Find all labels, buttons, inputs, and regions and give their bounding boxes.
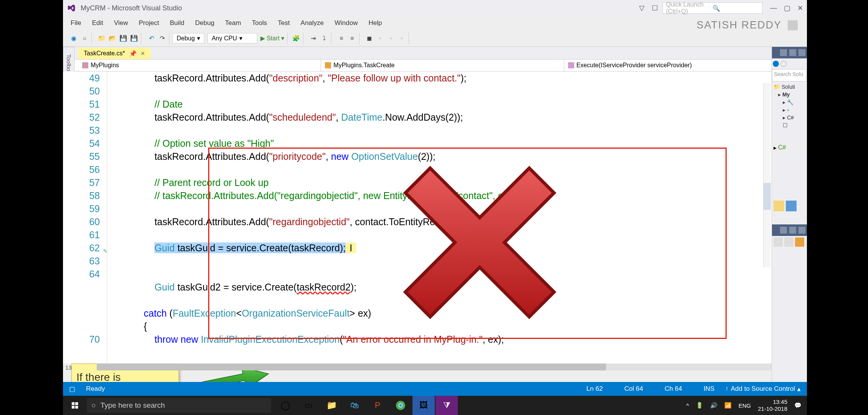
panel-pin-icon[interactable]	[789, 49, 796, 56]
menu-debug[interactable]: Debug	[190, 17, 220, 29]
menu-help[interactable]: Help	[363, 17, 388, 29]
menu-tools[interactable]: Tools	[247, 17, 273, 29]
status-ready-icon: ▢	[69, 385, 75, 393]
solution-tree[interactable]: 📁 Soluti ▸ My ▸ 🔧 ▸ ▫ ▸ C# ☐	[772, 81, 807, 131]
source-control-button[interactable]: Add to Source Control	[731, 385, 795, 393]
menu-project[interactable]: Project	[133, 17, 164, 29]
cortana-icon[interactable]: ◯	[274, 396, 297, 415]
windows-taskbar: ○ Type here to search ◯ ▭ 📁 🛍 P 🖼 ⧩ ^ 🔋 …	[63, 396, 807, 415]
menu-build[interactable]: Build	[164, 17, 190, 29]
platform-dropdown[interactable]: Any CPU ▾	[207, 33, 257, 43]
document-tabs: TaskCreate.cs* 📌 ✕	[63, 47, 807, 59]
start-debug-button[interactable]: ▶ Start ▾	[260, 35, 284, 42]
tree-item[interactable]: ☐	[774, 121, 805, 129]
chevron-up-icon[interactable]: ▴	[797, 385, 801, 393]
code-content[interactable]: taskRecord.Attributes.Add("description",…	[107, 71, 807, 364]
menu-edit[interactable]: Edit	[86, 17, 108, 29]
panel-pin-icon[interactable]	[789, 227, 796, 234]
properties-header	[772, 224, 807, 236]
minimize-button[interactable]: —	[770, 4, 777, 12]
icon-button[interactable]: ▫	[397, 34, 406, 43]
redo-button[interactable]: ↷	[157, 34, 167, 43]
solution-search-input[interactable]: Search Solu	[772, 69, 807, 81]
author-watermark: SATISH REDDY	[696, 19, 798, 31]
vs-logo-icon	[67, 3, 76, 13]
maximize-button[interactable]: ▢	[784, 4, 790, 12]
line-number-gutter: 4950515253545556575859606162✎636470	[63, 71, 107, 364]
new-project-button[interactable]: 📁	[97, 34, 106, 43]
panel-dropdown-icon[interactable]	[780, 49, 787, 56]
notification-center-icon[interactable]: 💬	[794, 402, 802, 409]
panel-close-icon[interactable]	[798, 49, 805, 56]
visual-studio-icon[interactable]: ⧩	[436, 396, 458, 415]
step-button[interactable]: ⇥	[309, 34, 318, 43]
tab-taskcreate[interactable]: TaskCreate.cs* 📌 ✕	[78, 48, 151, 59]
photos-icon[interactable]: 🖼	[412, 396, 435, 415]
tree-item[interactable]: ▸ 🔧	[774, 98, 805, 106]
uncomment-button[interactable]: ≡	[348, 34, 357, 43]
wifi-icon[interactable]: 📶	[724, 402, 732, 409]
config-dropdown[interactable]: Debug ▾	[172, 33, 204, 43]
panel-dropdown-icon[interactable]	[780, 227, 787, 234]
prop-button-icon[interactable]	[795, 237, 804, 247]
undo-button[interactable]: ↶	[147, 34, 156, 43]
store-icon[interactable]: 🛍	[343, 396, 366, 415]
panel-tab-icon[interactable]	[786, 201, 797, 211]
powerpoint-icon[interactable]: P	[366, 396, 389, 415]
project-node[interactable]: ▸ My	[774, 91, 805, 98]
quick-launch-input[interactable]: Quick Launch (Ctrl+Q) 🔍	[663, 2, 762, 14]
taskbar-clock[interactable]: 13:45 21-10-2018	[758, 398, 787, 412]
step-button-2[interactable]: ⤵	[320, 34, 329, 43]
window-title: MyCRM - Microsoft Visual Studio	[81, 4, 636, 12]
close-tab-button[interactable]: ✕	[141, 50, 145, 56]
battery-icon[interactable]: 🔋	[696, 402, 703, 409]
code-editor[interactable]: 4950515253545556575859606162✎636470 task…	[63, 71, 807, 364]
menu-window[interactable]: Window	[329, 17, 363, 29]
volume-icon[interactable]: 🔊	[710, 402, 717, 409]
nav-fwd-icon[interactable]	[780, 61, 787, 67]
prop-button-icon[interactable]	[774, 237, 783, 247]
attach-button[interactable]: 🧩	[292, 34, 301, 43]
namespace-dropdown[interactable]: MyPlugins	[63, 60, 321, 71]
comment-button[interactable]: ≡	[337, 34, 346, 43]
nav-fwd-button[interactable]: ○	[80, 34, 89, 43]
menu-file[interactable]: File	[65, 17, 86, 29]
prop-button-icon[interactable]	[784, 237, 793, 247]
nav-back-icon[interactable]	[773, 61, 779, 67]
menu-view[interactable]: View	[109, 17, 134, 29]
close-button[interactable]: ✕	[797, 4, 803, 12]
bookmark-button[interactable]: ◼	[365, 34, 374, 43]
task-view-icon[interactable]: ▭	[297, 396, 320, 415]
publish-icon[interactable]: ↑	[725, 385, 729, 393]
tree-item[interactable]: ▸ ▫	[774, 106, 805, 114]
chevron-right-icon[interactable]: ▸	[774, 144, 777, 151]
tree-item[interactable]: ▸ C#	[774, 114, 805, 121]
chrome-icon[interactable]	[389, 396, 412, 415]
solution-root[interactable]: 📁 Soluti	[774, 83, 805, 91]
method-icon	[568, 62, 574, 68]
notification-icon[interactable]: ▽	[636, 3, 647, 13]
open-button[interactable]: 📂	[108, 34, 117, 43]
tray-chevron-icon[interactable]: ^	[686, 402, 689, 409]
panel-close-icon[interactable]	[798, 227, 805, 234]
taskbar-search[interactable]: ○ Type here to search	[87, 398, 271, 413]
feedback-icon[interactable]: ☐	[649, 3, 660, 13]
chevron-down-icon: ▾	[239, 35, 242, 42]
horizontal-scrollbar[interactable]	[97, 364, 804, 370]
file-explorer-icon[interactable]: 📁	[320, 396, 343, 415]
menu-analyze[interactable]: Analyze	[295, 17, 329, 29]
pin-icon[interactable]: 📌	[129, 50, 137, 57]
menu-test[interactable]: Test	[272, 17, 295, 29]
language-indicator[interactable]: ENG	[739, 402, 751, 409]
save-button[interactable]: 💾	[119, 34, 128, 43]
method-dropdown[interactable]: Execute(IServiceProvider serviceProvider…	[564, 60, 807, 71]
class-dropdown[interactable]: MyPlugins.TaskCreate	[321, 60, 564, 71]
scrollbar-minimap[interactable]	[763, 83, 771, 267]
save-all-button[interactable]: 💾	[129, 34, 139, 43]
icon-button[interactable]: ▫	[386, 34, 396, 43]
panel-tab-icon[interactable]	[774, 201, 784, 211]
icon-button[interactable]: ▫	[376, 34, 385, 43]
menu-team[interactable]: Team	[220, 17, 247, 29]
nav-back-button[interactable]: ◉	[69, 34, 78, 43]
start-menu-button[interactable]	[63, 396, 87, 415]
